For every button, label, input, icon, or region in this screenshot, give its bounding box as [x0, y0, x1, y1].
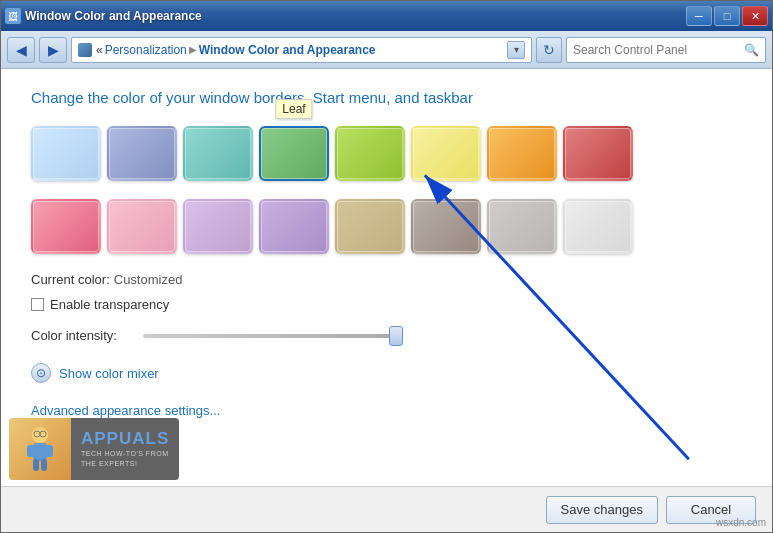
swatch-lavender[interactable] [183, 199, 253, 254]
window-icon: 🖼 [5, 8, 21, 24]
intensity-row: Color intensity: [31, 328, 742, 343]
swatch-sky[interactable] [31, 126, 101, 181]
transparency-row: Enable transparency [31, 297, 742, 312]
color-mixer-row: ⊙ Show color mixer [31, 363, 742, 383]
site-label: wsxdn.com [716, 517, 766, 528]
swatch-brick[interactable] [563, 126, 633, 181]
svg-rect-6 [33, 459, 39, 471]
watermark: APPUALS TECH HOW-TO'S FROMTHE EXPERTS! [9, 418, 179, 480]
svg-rect-4 [27, 445, 35, 457]
current-color-label: Current color: [31, 272, 110, 287]
transparency-checkbox[interactable] [31, 298, 44, 311]
swatches-row-1: Leaf [31, 126, 742, 181]
breadcrumb-bar: « Personalization ▶ Window Color and App… [71, 37, 532, 63]
search-input[interactable] [573, 43, 744, 57]
breadcrumb-icon [78, 43, 92, 57]
advanced-settings-link[interactable]: Advanced appearance settings... [31, 403, 220, 418]
watermark-tagline: TECH HOW-TO'S FROMTHE EXPERTS! [81, 449, 169, 469]
breadcrumb: « Personalization ▶ Window Color and App… [96, 43, 376, 57]
color-mixer-expander[interactable]: ⊙ [31, 363, 51, 383]
current-color-value: Customized [114, 272, 183, 287]
swatch-lemon[interactable] [411, 126, 481, 181]
intensity-slider-thumb[interactable] [389, 326, 403, 346]
breadcrumb-separator: ▶ [189, 44, 197, 55]
forward-button[interactable]: ▶ [39, 37, 67, 63]
transparency-label: Enable transparency [50, 297, 169, 312]
swatch-leaf[interactable]: Leaf [259, 126, 329, 181]
page-title: Change the color of your window borders,… [31, 89, 742, 106]
window-title: Window Color and Appearance [25, 9, 202, 23]
search-box: 🔍 [566, 37, 766, 63]
address-bar: ◀ ▶ « Personalization ▶ Window Color and… [1, 31, 772, 69]
watermark-brand: APPUALS [81, 429, 169, 449]
svg-rect-7 [41, 459, 47, 471]
swatch-brown[interactable] [335, 199, 405, 254]
swatch-blush[interactable] [107, 199, 177, 254]
breadcrumb-current: Window Color and Appearance [199, 43, 376, 57]
minimize-button[interactable]: ─ [686, 6, 712, 26]
swatch-frost[interactable] [563, 199, 633, 254]
svg-rect-5 [45, 445, 53, 457]
swatch-sunset[interactable] [487, 126, 557, 181]
refresh-button[interactable]: ↻ [536, 37, 562, 63]
title-bar: 🖼 Window Color and Appearance ─ □ ✕ [1, 1, 772, 31]
close-button[interactable]: ✕ [742, 6, 768, 26]
swatch-twilight[interactable] [107, 126, 177, 181]
swatch-smoke[interactable] [411, 199, 481, 254]
breadcrumb-prefix: « [96, 43, 103, 57]
current-color-row: Current color: Customized [31, 272, 742, 287]
maximize-button[interactable]: □ [714, 6, 740, 26]
swatch-purple[interactable] [259, 199, 329, 254]
swatch-ash[interactable] [487, 199, 557, 254]
swatch-sea[interactable] [183, 126, 253, 181]
breadcrumb-dropdown-button[interactable]: ▾ [507, 41, 525, 59]
swatch-lime[interactable] [335, 126, 405, 181]
intensity-label: Color intensity: [31, 328, 131, 343]
search-icon[interactable]: 🔍 [744, 43, 759, 57]
color-mixer-label[interactable]: Show color mixer [59, 366, 159, 381]
breadcrumb-parent[interactable]: Personalization [105, 43, 187, 57]
swatch-rose[interactable] [31, 199, 101, 254]
title-bar-buttons: ─ □ ✕ [686, 6, 768, 26]
swatches-row-2 [31, 199, 742, 254]
intensity-slider-track [143, 334, 403, 338]
footer: Save changes Cancel [1, 486, 772, 532]
svg-rect-3 [33, 443, 47, 461]
back-button[interactable]: ◀ [7, 37, 35, 63]
save-button[interactable]: Save changes [546, 496, 658, 524]
